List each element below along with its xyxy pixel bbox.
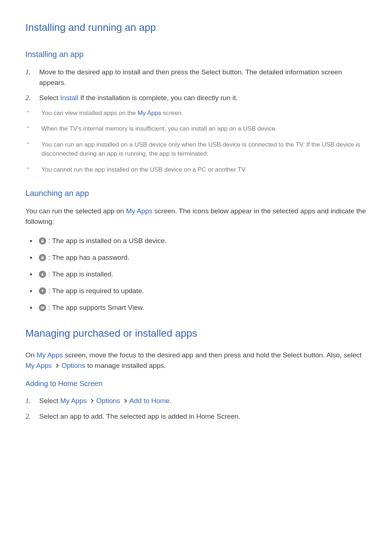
icon-legend-list: • : The app is installed on a USB device… [25, 235, 367, 313]
text-fragment: You can run the selected app on [25, 207, 126, 215]
my-apps-link: My Apps [126, 207, 152, 215]
icon-description: : The app is installed. [48, 269, 113, 280]
note-marker-icon: " [27, 124, 32, 134]
step-number: 1. [25, 396, 33, 406]
my-apps-link: My Apps [138, 110, 161, 116]
icon-description: : The app is installed on a USB device. [48, 236, 167, 246]
icon-description: : The app is required to update. [48, 286, 144, 296]
icon-description: : The app has a password. [48, 253, 130, 263]
step-text: Select an app to add. The selected app i… [39, 411, 240, 422]
check-icon [39, 271, 46, 278]
note-marker-icon: " [27, 140, 32, 159]
chevron-right-icon [123, 399, 127, 403]
bullet-icon: • [30, 252, 32, 263]
text-fragment: You can view installed apps on the [41, 110, 138, 116]
step-text: Move to the desired app to install and t… [39, 67, 367, 88]
list-item: • : The app supports Smart View. [25, 302, 367, 313]
note-text: When the TV's internal memory is insuffi… [41, 124, 277, 134]
svg-rect-1 [42, 240, 43, 241]
managing-intro: On My Apps screen, move the focus to the… [25, 350, 367, 371]
text-fragment: Select [39, 397, 60, 405]
text-fragment: On [25, 351, 37, 359]
step-text: Select Install If the installation is co… [39, 93, 238, 103]
usb-icon [39, 237, 46, 245]
step-text: Select My Apps Options Add to Home. [39, 396, 172, 406]
smart-view-icon [39, 304, 46, 311]
step-number: 2. [25, 93, 33, 103]
bullet-icon: • [30, 269, 32, 280]
chevron-right-icon [54, 364, 58, 368]
adding-heading: Adding to Home Screen [25, 379, 367, 388]
text-fragment: screen, move the focus to the desired ap… [63, 351, 362, 359]
text-fragment: If the installation is complete, you can… [78, 94, 238, 102]
svg-rect-2 [41, 257, 44, 259]
my-apps-link: My Apps [25, 362, 52, 369]
text-fragment: Select [39, 94, 60, 102]
page-title: Installing and running an app [25, 22, 367, 33]
note-text: You cannot run the app installed on the … [41, 165, 246, 175]
bullet-icon: • [30, 235, 32, 246]
note-marker-icon: " [27, 165, 32, 175]
list-item: • : The app has a password. [25, 252, 367, 263]
note-item: " You cannot run the app installed on th… [25, 165, 367, 175]
options-link: Options [97, 397, 120, 405]
add-to-home-link: Add to Home [130, 397, 170, 405]
note-text: You can run an app installed on a USB de… [41, 140, 367, 159]
launching-heading: Launching an app [25, 189, 367, 198]
note-text: You can view installed apps on the My Ap… [41, 108, 183, 118]
note-item: " You can run an app installed on a USB … [25, 140, 367, 159]
svg-rect-4 [42, 307, 44, 309]
managing-heading: Managing purchased or installed apps [25, 328, 367, 339]
launching-intro: You can run the selected app on My Apps … [25, 206, 367, 227]
note-item: " When the TV's internal memory is insuf… [25, 124, 367, 134]
my-apps-link: My Apps [37, 351, 63, 359]
text-fragment: screen. [161, 110, 183, 116]
step-number: 2. [25, 411, 33, 422]
list-item: • : The app is installed. [25, 269, 367, 280]
step-item: 2. Select an app to add. The selected ap… [25, 411, 367, 422]
text-fragment: . [170, 397, 171, 405]
install-link: Install [60, 94, 78, 102]
chevron-right-icon [90, 399, 94, 403]
step-item: 1. Select My Apps Options Add to Home. [25, 396, 367, 406]
list-item: • : The app is required to update. [25, 286, 367, 296]
update-icon [39, 287, 46, 295]
bullet-icon: • [30, 302, 32, 313]
my-apps-link: My Apps [60, 397, 87, 405]
adding-steps: 1. Select My Apps Options Add to Home. 2… [25, 396, 367, 422]
lock-icon [39, 254, 46, 261]
installing-notes: " You can view installed apps on the My … [25, 108, 367, 175]
options-link: Options [61, 362, 85, 369]
step-item: 2. Select Install If the installation is… [25, 93, 367, 103]
note-item: " You can view installed apps on the My … [25, 108, 367, 118]
note-marker-icon: " [27, 108, 32, 118]
installing-steps: 1. Move to the desired app to install an… [25, 67, 367, 103]
icon-description: : The app supports Smart View. [48, 303, 144, 313]
step-item: 1. Move to the desired app to install an… [25, 67, 367, 88]
text-fragment: to manage installed apps. [85, 362, 166, 369]
bullet-icon: • [30, 286, 32, 296]
step-number: 1. [25, 67, 33, 88]
list-item: • : The app is installed on a USB device… [25, 235, 367, 246]
installing-heading: Installing an app [25, 50, 367, 59]
